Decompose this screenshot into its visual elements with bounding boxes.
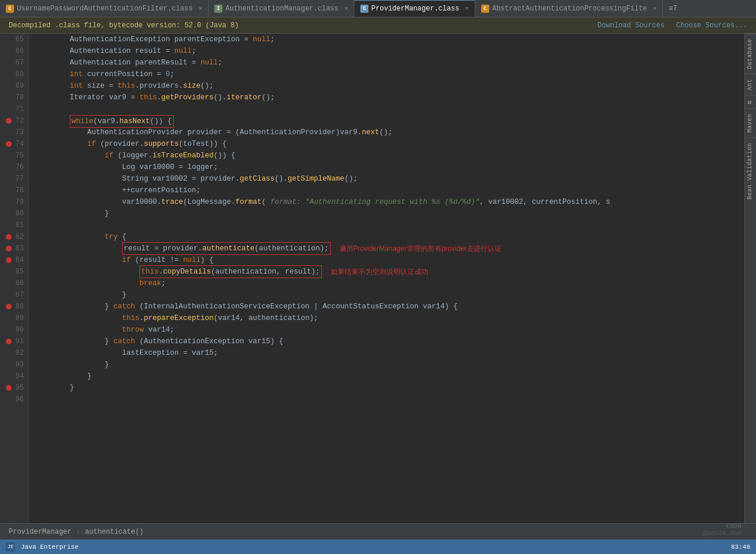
tab-icon-1: C	[6, 5, 14, 13]
info-bar: Decompiled .class file, bytecode version…	[0, 17, 756, 34]
right-panel-tabs: Database Ant m Maven Bean Validation	[744, 34, 756, 523]
line-96	[35, 394, 739, 405]
tab-bar: C UsernamePasswordAuthenticationFilter.c…	[0, 0, 756, 17]
line-72: while(var9.hasNext()) {	[35, 115, 739, 127]
gutter-87: 87	[5, 289, 24, 301]
gutter-94: 94	[5, 370, 24, 382]
tab-label-2: AuthenticationManager.class	[225, 5, 338, 13]
gutter-67: 67	[5, 57, 24, 69]
line-68: int currentPosition = 0;	[35, 69, 739, 80]
code-editor[interactable]: 65 66 67 68 69 70 71 72 73 74 75 76 77	[0, 34, 744, 523]
bottom-bar: ProviderManager › authenticate()	[0, 523, 756, 539]
gutter-82: 82	[5, 231, 24, 243]
breadcrumb-method: authenticate()	[85, 528, 144, 536]
tab-close-1[interactable]: ×	[198, 5, 202, 12]
tab-username-filter[interactable]: C UsernamePasswordAuthenticationFilter.c…	[0, 0, 209, 17]
panel-tab-ant[interactable]: Ant	[745, 74, 756, 95]
line-93: }	[35, 359, 739, 370]
line-90: throw var14;	[35, 324, 739, 336]
gutter-81: 81	[5, 220, 24, 231]
tab-more[interactable]: ≡7	[663, 5, 683, 13]
status-right: 83:48	[731, 544, 750, 551]
line-69: int size = this.providers.size();	[35, 80, 739, 92]
line-74: if (provider.supports(toTest)) {	[35, 138, 739, 150]
choose-sources-btn[interactable]: Choose Sources...	[676, 21, 747, 30]
line-79: var10000.trace(LogMessage.format( format…	[35, 196, 739, 208]
panel-tab-maven[interactable]: Maven	[745, 109, 756, 138]
tab-abstract-auth[interactable]: C AbstractAuthenticationProcessingFilte …	[475, 0, 663, 17]
gutter-72: 72	[5, 115, 24, 127]
panel-tab-database[interactable]: Database	[745, 34, 756, 74]
gutter-71: 71	[5, 103, 24, 115]
panel-tab-m[interactable]: m	[745, 95, 756, 109]
line-67: Authentication parentResult = null;	[35, 57, 739, 69]
line-73: AuthenticationProvider provider = (Authe…	[35, 127, 739, 138]
gutter-92: 92	[5, 347, 24, 359]
breadcrumb-separator: ›	[76, 528, 80, 536]
gutter-77: 77	[5, 173, 24, 185]
gutter-76: 76	[5, 161, 24, 173]
line-85: this.copyDetails(authentication, result)…	[35, 266, 739, 278]
line-86: break;	[35, 278, 739, 289]
gutter-85: 85	[5, 266, 24, 278]
tab-icon-3: C	[360, 5, 368, 13]
status-time: 83:48	[731, 544, 750, 551]
gutter-79: 79	[5, 196, 24, 208]
watermark-devze: @DevZe.CoM	[703, 530, 741, 537]
gutter-83: 83	[5, 243, 24, 254]
line-92: lastException = var15;	[35, 347, 739, 359]
info-bar-actions: Download Sources Choose Sources...	[597, 21, 747, 30]
watermark-csdn: CSDN	[703, 523, 741, 530]
tab-close-2[interactable]: ×	[345, 5, 349, 12]
line-numbers-gutter: 65 66 67 68 69 70 71 72 73 74 75 76 77	[0, 34, 29, 523]
status-plugin-label: Java Enterprise	[21, 544, 78, 551]
gutter-88: 88	[5, 301, 24, 312]
line-65: AuthenticationException parentException …	[35, 34, 739, 45]
line-91: } catch (AuthenticationException var15) …	[35, 336, 739, 347]
java-enterprise-icon: JE	[6, 542, 15, 552]
gutter-91: 91	[5, 336, 24, 347]
line-80: }	[35, 208, 739, 220]
line-84: if (result != null) {	[35, 254, 739, 266]
annotation-85: 如果结果不为空则说明认证成功	[331, 266, 428, 278]
gutter-69: 69	[5, 80, 24, 92]
code-text-area: AuthenticationException parentException …	[29, 34, 744, 523]
tab-label-4: AbstractAuthenticationProcessingFilte	[492, 5, 647, 13]
tab-icon-2: I	[214, 5, 223, 13]
line-77: String var10002 = provider.getClass().ge…	[35, 173, 739, 185]
annotation-83: 遍历ProviderManager管理的所有provider去进行认证	[339, 243, 501, 254]
gutter-93: 93	[5, 359, 24, 370]
tab-icon-4: C	[481, 5, 489, 13]
line-66: Authentication result = null;	[35, 45, 739, 57]
gutter-80: 80	[5, 208, 24, 220]
gutter-84: 84	[5, 254, 24, 266]
decompiled-info: Decompiled .class file, bytecode version…	[9, 21, 239, 30]
line-81	[35, 220, 739, 231]
line-82: try {	[35, 231, 739, 243]
gutter-74: 74	[5, 138, 24, 150]
status-bar: JE Java Enterprise 83:48	[0, 539, 756, 554]
tab-close-3[interactable]: ×	[465, 5, 469, 12]
gutter-65: 65	[5, 34, 24, 45]
tab-close-4[interactable]: ×	[653, 5, 657, 12]
line-83: result = provider.authenticate(authentic…	[35, 243, 739, 254]
gutter-89: 89	[5, 312, 24, 324]
gutter-66: 66	[5, 45, 24, 57]
panel-tab-bean-validation[interactable]: Bean Validation	[745, 138, 756, 204]
gutter-90: 90	[5, 324, 24, 336]
line-71	[35, 103, 739, 115]
gutter-73: 73	[5, 127, 24, 138]
gutter-78: 78	[5, 185, 24, 196]
line-94: }	[35, 370, 739, 382]
download-sources-btn[interactable]: Download Sources	[597, 21, 664, 30]
tab-auth-manager[interactable]: I AuthenticationManager.class ×	[209, 0, 354, 17]
gutter-95: 95	[5, 382, 24, 394]
line-87: }	[35, 289, 739, 301]
tab-provider-manager[interactable]: C ProviderManager.class ×	[354, 0, 475, 17]
line-76: Log var10000 = logger;	[35, 161, 739, 173]
breadcrumb-class: ProviderManager	[9, 528, 71, 536]
line-89: this.prepareException(var14, authenticat…	[35, 312, 739, 324]
line-95: }	[35, 382, 739, 394]
line-75: if (logger.isTraceEnabled()) {	[35, 150, 739, 161]
tab-label-1: UsernamePasswordAuthenticationFilter.cla…	[17, 5, 192, 13]
